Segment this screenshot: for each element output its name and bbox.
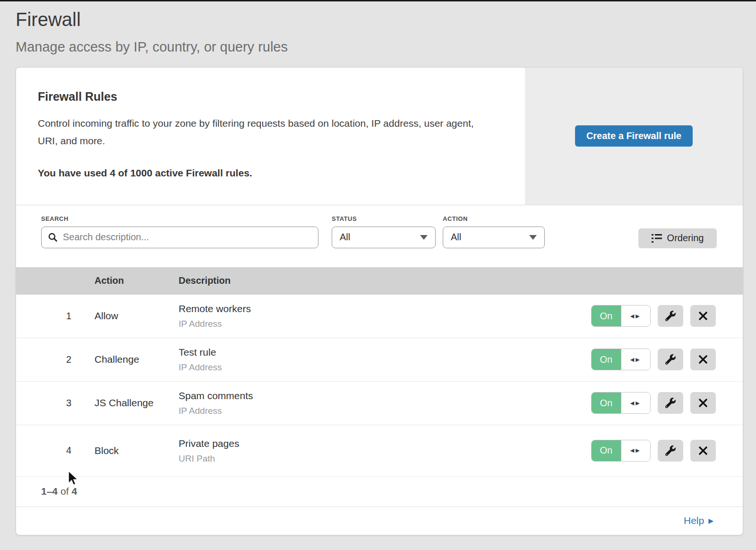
rule-description-cell: Private pages URI Path bbox=[179, 437, 591, 464]
rule-match-type: URI Path bbox=[179, 454, 591, 464]
rule-match-type: IP Address bbox=[179, 319, 591, 329]
status-filter-group: STATUS All bbox=[318, 215, 436, 248]
rule-action: JS Challenge bbox=[94, 397, 179, 409]
search-label: SEARCH bbox=[41, 215, 318, 222]
description-column-header: Description bbox=[179, 275, 743, 286]
intro-text-block: Firewall Rules Control incoming traffic … bbox=[16, 68, 515, 205]
rule-description: Spam comments bbox=[179, 390, 591, 402]
page-subtitle: Manage access by IP, country, or query r… bbox=[16, 39, 743, 55]
pagination-bar: 1–4of4 bbox=[16, 477, 743, 507]
search-filter-group: SEARCH bbox=[41, 215, 318, 248]
table-row: 4 Block Private pages URI Path On ◀▶ bbox=[16, 425, 743, 477]
window-top-edge bbox=[0, 0, 756, 1]
left-right-arrows-icon[interactable]: ◀▶ bbox=[621, 349, 651, 370]
help-link[interactable]: Help ▶ bbox=[684, 515, 713, 526]
toggle-on-segment[interactable]: On bbox=[592, 349, 621, 370]
status-label: STATUS bbox=[332, 215, 436, 222]
chevron-down-icon bbox=[529, 235, 537, 240]
rules-usage-text: You have used 4 of 1000 active Firewall … bbox=[38, 167, 496, 179]
delete-rule-button[interactable] bbox=[690, 349, 716, 370]
firewall-rules-intro-section: Firewall Rules Control incoming traffic … bbox=[16, 68, 743, 205]
action-filter-group: ACTION All bbox=[436, 215, 545, 248]
pagination-total: 4 bbox=[72, 486, 77, 497]
wrench-icon bbox=[665, 445, 676, 456]
rule-match-type: IP Address bbox=[179, 362, 591, 373]
intro-aside-gap bbox=[515, 68, 525, 205]
rule-priority: 2 bbox=[16, 354, 79, 365]
x-icon bbox=[698, 355, 708, 364]
rule-enabled-toggle[interactable]: On ◀▶ bbox=[591, 305, 651, 327]
edit-rule-button[interactable] bbox=[658, 349, 683, 370]
left-right-arrows-icon[interactable]: ◀▶ bbox=[621, 393, 651, 413]
x-icon bbox=[698, 311, 708, 321]
rule-controls: On ◀▶ bbox=[591, 440, 716, 462]
wrench-icon bbox=[665, 311, 676, 321]
chevron-down-icon bbox=[420, 235, 428, 240]
action-select-value: All bbox=[451, 232, 461, 243]
rule-description: Test rule bbox=[179, 346, 591, 358]
rule-match-type: IP Address bbox=[179, 406, 591, 416]
pagination-of: of bbox=[58, 486, 72, 497]
rule-description-cell: Test rule IP Address bbox=[179, 346, 591, 373]
rule-description: Remote workers bbox=[179, 303, 591, 314]
rule-description-cell: Remote workers IP Address bbox=[179, 303, 591, 329]
ordered-list-icon bbox=[652, 234, 662, 243]
action-column-header: Action bbox=[94, 275, 179, 286]
toggle-on-segment[interactable]: On bbox=[592, 393, 621, 413]
rule-description: Private pages bbox=[179, 437, 591, 449]
panel-footer: Help ▶ bbox=[16, 507, 743, 535]
firewall-page: Firewall Manage access by IP, country, o… bbox=[0, 8, 756, 535]
table-row: 3 JS Challenge Spam comments IP Address … bbox=[16, 382, 743, 425]
rule-controls: On ◀▶ bbox=[591, 305, 716, 327]
status-select-value: All bbox=[340, 232, 350, 243]
table-row: 1 Allow Remote workers IP Address On ◀▶ bbox=[16, 295, 743, 338]
edit-rule-button[interactable] bbox=[658, 305, 683, 327]
create-firewall-rule-button[interactable]: Create a Firewall rule bbox=[575, 125, 693, 147]
arrow-right-icon: ▶ bbox=[708, 517, 713, 524]
firewall-rules-panel: Firewall Rules Control incoming traffic … bbox=[16, 67, 743, 535]
rule-enabled-toggle[interactable]: On ◀▶ bbox=[591, 440, 651, 462]
delete-rule-button[interactable] bbox=[690, 440, 716, 462]
action-select[interactable]: All bbox=[443, 227, 545, 248]
rule-controls: On ◀▶ bbox=[591, 392, 716, 414]
rule-action: Allow bbox=[94, 310, 179, 322]
x-icon bbox=[698, 398, 708, 408]
help-link-label: Help bbox=[684, 515, 704, 526]
card-heading: Firewall Rules bbox=[38, 90, 496, 104]
delete-rule-button[interactable] bbox=[690, 305, 716, 327]
page-title: Firewall bbox=[16, 8, 743, 31]
rule-enabled-toggle[interactable]: On ◀▶ bbox=[591, 349, 651, 370]
ordering-button-label: Ordering bbox=[667, 233, 704, 244]
wrench-icon bbox=[665, 398, 676, 408]
wrench-icon bbox=[665, 354, 676, 365]
ordering-button[interactable]: Ordering bbox=[638, 228, 717, 248]
search-input[interactable] bbox=[62, 231, 311, 243]
rule-enabled-toggle[interactable]: On ◀▶ bbox=[591, 392, 651, 414]
edit-rule-button[interactable] bbox=[658, 440, 683, 462]
table-row: 2 Challenge Test rule IP Address On ◀▶ bbox=[16, 338, 743, 382]
toggle-on-segment[interactable]: On bbox=[592, 306, 621, 326]
delete-rule-button[interactable] bbox=[690, 392, 716, 414]
rule-controls: On ◀▶ bbox=[591, 349, 716, 370]
rules-table-header: Action Description bbox=[16, 267, 743, 295]
rule-action: Block bbox=[94, 445, 179, 456]
rule-description-cell: Spam comments IP Address bbox=[179, 390, 591, 416]
rule-priority: 1 bbox=[16, 311, 79, 322]
rules-table-body: 1 Allow Remote workers IP Address On ◀▶ bbox=[16, 295, 743, 477]
pagination-range: 1–4 bbox=[41, 486, 58, 497]
toggle-on-segment[interactable]: On bbox=[592, 440, 621, 461]
left-right-arrows-icon[interactable]: ◀▶ bbox=[621, 440, 651, 461]
rule-priority: 4 bbox=[16, 445, 79, 456]
rule-priority: 3 bbox=[16, 398, 79, 409]
card-description: Control incoming traffic to your zone by… bbox=[38, 115, 487, 150]
status-select[interactable]: All bbox=[332, 227, 436, 248]
filters-bar: SEARCH STATUS All ACTION bbox=[16, 205, 743, 267]
search-icon bbox=[48, 233, 57, 242]
left-right-arrows-icon[interactable]: ◀▶ bbox=[621, 306, 651, 326]
edit-rule-button[interactable] bbox=[658, 392, 683, 414]
search-box[interactable] bbox=[41, 227, 318, 248]
x-icon bbox=[698, 446, 708, 455]
create-rule-aside: Create a Firewall rule bbox=[525, 68, 743, 205]
rule-action: Challenge bbox=[94, 354, 179, 365]
action-label: ACTION bbox=[443, 215, 545, 222]
